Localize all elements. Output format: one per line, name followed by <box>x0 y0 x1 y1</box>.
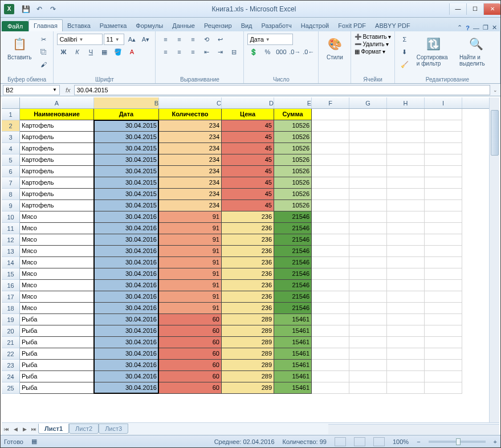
redo-button[interactable]: ↷ <box>47 3 59 15</box>
cell[interactable] <box>349 371 387 382</box>
shrink-font-button[interactable]: A▾ <box>139 34 152 45</box>
number-format-combo[interactable]: Дата▼ <box>247 34 293 45</box>
cell[interactable] <box>312 382 349 394</box>
cell[interactable] <box>312 268 349 280</box>
cell[interactable] <box>387 154 425 166</box>
styles-button[interactable]: 🎨 Стили <box>322 34 347 62</box>
cell[interactable] <box>425 234 462 246</box>
wrap-text-button[interactable]: ↩ <box>214 34 226 45</box>
increase-indent-button[interactable]: ⇥ <box>214 46 226 58</box>
row-header[interactable]: 6 <box>2 166 20 177</box>
tab-addins[interactable]: Надстрой <box>296 20 333 31</box>
cell[interactable]: 15461 <box>274 337 312 348</box>
save-button[interactable]: 💾 <box>20 3 31 15</box>
align-left-button[interactable]: ≡ <box>159 46 172 58</box>
row-header[interactable]: 23 <box>2 360 20 371</box>
cell[interactable]: 15461 <box>274 382 312 394</box>
cell[interactable] <box>312 109 349 120</box>
zoom-knob[interactable] <box>456 438 461 445</box>
bold-button[interactable]: Ж <box>57 46 70 58</box>
cell[interactable] <box>312 189 349 200</box>
cell[interactable]: Картофель <box>20 154 94 166</box>
row-header[interactable]: 10 <box>2 211 20 223</box>
cell[interactable]: Картофель <box>20 166 94 177</box>
zoom-level[interactable]: 100% <box>393 438 409 445</box>
align-center-button[interactable]: ≡ <box>173 46 185 58</box>
cell[interactable]: 21546 <box>274 280 312 291</box>
orientation-button[interactable]: ⟲ <box>200 34 213 45</box>
cell[interactable]: 30.04.2016 <box>94 360 159 371</box>
cell[interactable] <box>349 280 387 291</box>
sheet-tab-1[interactable]: Лист1 <box>38 423 69 434</box>
tab-review[interactable]: Рецензир <box>199 20 237 31</box>
decrease-indent-button[interactable]: ⇤ <box>200 46 213 58</box>
cell[interactable]: 30.04.2016 <box>94 211 159 223</box>
cell[interactable] <box>349 120 387 132</box>
cell[interactable] <box>349 314 387 325</box>
cell[interactable]: 10526 <box>274 132 312 143</box>
cell[interactable] <box>387 360 425 371</box>
row-header[interactable]: 11 <box>2 223 20 234</box>
cell[interactable]: 45 <box>222 154 274 166</box>
cell[interactable]: 91 <box>159 268 222 280</box>
col-header-H[interactable]: H <box>387 97 425 108</box>
format-cells-button[interactable]: ▦Формат ▾ <box>355 48 385 55</box>
sheet-nav-first[interactable]: ⏮ <box>2 425 11 434</box>
header-cell[interactable]: Дата <box>94 109 159 120</box>
cell[interactable] <box>387 280 425 291</box>
cell[interactable] <box>387 143 425 154</box>
cell[interactable] <box>425 211 462 223</box>
cell[interactable]: Рыба <box>20 337 94 348</box>
cell[interactable] <box>387 257 425 268</box>
doc-close-icon[interactable]: ✕ <box>492 24 497 31</box>
cell[interactable]: 30.04.2015 <box>94 189 159 200</box>
align-bottom-button[interactable]: ≡ <box>186 34 199 45</box>
font-size-combo[interactable]: 11▼ <box>104 34 124 45</box>
cell[interactable] <box>387 246 425 257</box>
cell[interactable]: Рыба <box>20 371 94 382</box>
tab-developer[interactable]: Разработч <box>257 20 296 31</box>
cell[interactable]: 289 <box>222 348 274 360</box>
cell[interactable] <box>312 177 349 189</box>
cell[interactable]: 21546 <box>274 257 312 268</box>
sheet-nav-last[interactable]: ⏭ <box>29 425 38 434</box>
cell[interactable]: 30.04.2016 <box>94 280 159 291</box>
row-header[interactable]: 19 <box>2 314 20 325</box>
cell[interactable] <box>425 337 462 348</box>
cell[interactable] <box>312 246 349 257</box>
tab-foxit[interactable]: Foxit PDF <box>333 20 370 31</box>
cell[interactable] <box>387 166 425 177</box>
row-header[interactable]: 24 <box>2 371 20 382</box>
cell[interactable]: 236 <box>222 234 274 246</box>
cell[interactable]: 15461 <box>274 348 312 360</box>
cell[interactable]: 236 <box>222 303 274 314</box>
cell[interactable]: 45 <box>222 177 274 189</box>
cell[interactable]: 91 <box>159 280 222 291</box>
cell[interactable]: 30.04.2015 <box>94 143 159 154</box>
cell[interactable] <box>387 234 425 246</box>
cell[interactable] <box>425 120 462 132</box>
comma-button[interactable]: 000 <box>275 46 287 58</box>
cell[interactable] <box>312 325 349 337</box>
cell[interactable]: 236 <box>222 257 274 268</box>
cell[interactable]: Мясо <box>20 223 94 234</box>
cell[interactable] <box>349 132 387 143</box>
cell[interactable]: 91 <box>159 211 222 223</box>
cell[interactable] <box>349 234 387 246</box>
row-header[interactable]: 3 <box>2 132 20 143</box>
cell[interactable] <box>312 132 349 143</box>
cell[interactable]: 236 <box>222 246 274 257</box>
cell[interactable]: 30.04.2016 <box>94 268 159 280</box>
cell[interactable] <box>387 325 425 337</box>
cell[interactable] <box>425 291 462 303</box>
cell[interactable]: 10526 <box>274 166 312 177</box>
row-header[interactable]: 13 <box>2 246 20 257</box>
increase-decimal-button[interactable]: .0→ <box>288 46 301 58</box>
cell[interactable]: 60 <box>159 314 222 325</box>
cell[interactable] <box>387 268 425 280</box>
cell[interactable]: 30.04.2015 <box>94 200 159 211</box>
row-header[interactable]: 2 <box>2 120 20 132</box>
cell[interactable] <box>312 257 349 268</box>
cell[interactable]: 10526 <box>274 189 312 200</box>
cell[interactable] <box>425 348 462 360</box>
